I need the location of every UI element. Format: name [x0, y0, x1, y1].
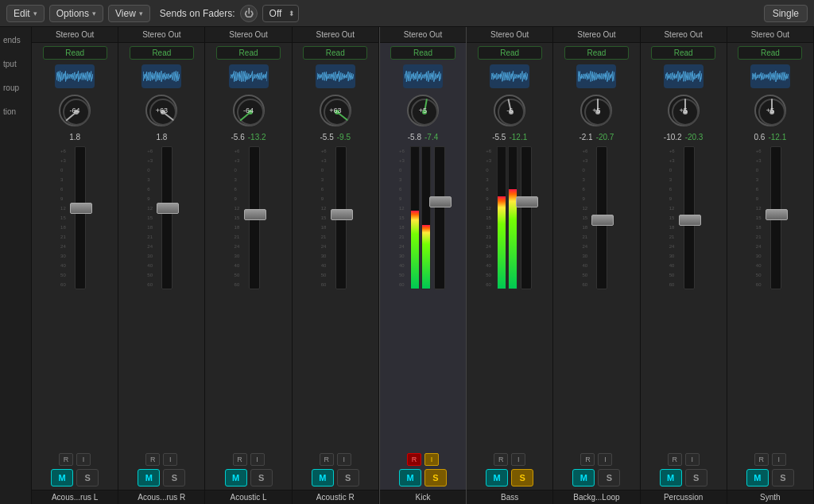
channel-pan-acoustic-l[interactable]: -64	[231, 93, 266, 128]
channel-waveform-acous-rus-l[interactable]	[55, 64, 95, 88]
i-button-backg-loop[interactable]: I	[598, 453, 612, 466]
fader-track-kick[interactable]	[434, 146, 445, 289]
channel-waveform-acoustic-r[interactable]	[316, 64, 355, 88]
fader-track-acoustic-r[interactable]	[335, 146, 347, 289]
mute-button-acous-rus-r[interactable]: M	[138, 469, 160, 487]
channel-read-acoustic-r[interactable]: Read	[303, 46, 367, 60]
mute-button-percussion[interactable]: M	[660, 469, 682, 487]
i-button-bass[interactable]: I	[511, 453, 525, 466]
mute-button-acous-rus-l[interactable]: M	[51, 469, 73, 487]
fader-handle-acous-rus-r[interactable]	[157, 203, 179, 214]
fader-handle-acoustic-r[interactable]	[331, 209, 353, 220]
solo-button-kick[interactable]: S	[424, 469, 447, 487]
channel-read-kick[interactable]: Read	[390, 46, 455, 60]
channel-read-acous-rus-l[interactable]: Read	[43, 46, 107, 60]
side-labels: ends tput roup tion	[0, 27, 32, 504]
r-button-acous-rus-l[interactable]: R	[59, 453, 73, 466]
r-button-percussion[interactable]: R	[668, 453, 682, 466]
channel-waveform-bass[interactable]	[490, 64, 529, 88]
channel-waveform-percussion[interactable]	[664, 64, 704, 88]
r-button-bass[interactable]: R	[494, 453, 508, 466]
channel-waveform-acoustic-l[interactable]	[229, 64, 269, 88]
channel-pan-percussion[interactable]: +5	[666, 93, 701, 128]
solo-button-percussion[interactable]: S	[685, 469, 707, 487]
channel-pan-acous-rus-l[interactable]: -64	[57, 93, 92, 128]
fader-handle-acous-rus-l[interactable]	[70, 203, 92, 214]
fader-track-acous-rus-r[interactable]	[161, 146, 172, 289]
db-value1-bass: -5.5	[492, 133, 506, 142]
channel-read-backg-loop[interactable]: Read	[564, 46, 629, 60]
fader-handle-percussion[interactable]	[679, 215, 701, 226]
i-button-percussion[interactable]: I	[685, 453, 700, 466]
mute-button-synth[interactable]: M	[746, 469, 769, 487]
edit-button[interactable]: Edit ▾	[6, 5, 45, 22]
vu-bar-left-kick	[410, 146, 420, 289]
db-value2-kick: -7.4	[424, 133, 438, 142]
channel-read-acous-rus-r[interactable]: Read	[130, 46, 194, 60]
channel-pan-acoustic-r[interactable]: +63	[318, 93, 353, 128]
r-button-backg-loop[interactable]: R	[580, 453, 595, 466]
fader-track-synth[interactable]	[770, 146, 781, 289]
channel-waveform-synth[interactable]	[750, 64, 790, 88]
solo-button-acous-rus-r[interactable]: S	[163, 469, 185, 487]
channel-pan-bass[interactable]: -6	[492, 93, 527, 128]
channel-pan-kick[interactable]: +5	[405, 93, 440, 128]
fader-track-acous-rus-l[interactable]	[75, 146, 86, 289]
fader-scale-acous-rus-r: +6+30369121518212430405060	[147, 146, 157, 289]
channel-ms-percussion: M S	[660, 469, 707, 487]
mute-button-acoustic-l[interactable]: M	[225, 469, 247, 487]
fader-scale-kick: +6+30369121518212430405060	[399, 146, 409, 289]
off-select[interactable]: Off	[262, 5, 299, 22]
solo-button-acoustic-l[interactable]: S	[250, 469, 273, 487]
solo-button-bass[interactable]: S	[511, 469, 533, 487]
channel-read-acoustic-l[interactable]: Read	[216, 46, 281, 60]
r-button-synth[interactable]: R	[754, 453, 769, 466]
fader-scale-acous-rus-l: +6+30369121518212430405060	[60, 146, 70, 289]
channel-ri-acoustic-l: R I	[233, 453, 265, 466]
channel-waveform-backg-loop[interactable]	[576, 64, 616, 88]
fader-track-percussion[interactable]	[684, 146, 695, 289]
solo-button-backg-loop[interactable]: S	[598, 469, 620, 487]
channel-pan-acous-rus-r[interactable]: +63	[144, 93, 179, 128]
mute-button-backg-loop[interactable]: M	[572, 469, 595, 487]
mute-button-acoustic-r[interactable]: M	[312, 469, 334, 487]
channel-waveform-acous-rus-r[interactable]	[141, 64, 181, 88]
channel-read-synth[interactable]: Read	[738, 46, 802, 60]
solo-button-acous-rus-l[interactable]: S	[76, 469, 99, 487]
r-button-acoustic-l[interactable]: R	[233, 453, 247, 466]
r-button-kick[interactable]: R	[407, 453, 421, 466]
channel-ri-acoustic-r: R I	[320, 453, 351, 466]
options-button[interactable]: Options ▾	[49, 5, 103, 22]
i-button-acoustic-r[interactable]: I	[337, 453, 351, 466]
i-button-acous-rus-l[interactable]: I	[76, 453, 91, 466]
mute-button-bass[interactable]: M	[486, 469, 508, 487]
r-button-acous-rus-r[interactable]: R	[145, 453, 160, 466]
power-button[interactable]: ⏻	[240, 5, 258, 22]
fader-track-bass[interactable]	[521, 146, 532, 289]
fader-handle-backg-loop[interactable]	[591, 215, 614, 226]
fader-handle-synth[interactable]	[766, 209, 788, 220]
i-button-acous-rus-r[interactable]: I	[163, 453, 177, 466]
r-button-acoustic-r[interactable]: R	[320, 453, 334, 466]
channel-pan-backg-loop[interactable]: +5	[579, 93, 614, 128]
channel-read-percussion[interactable]: Read	[651, 46, 715, 60]
single-label: Single	[773, 8, 799, 19]
fader-track-backg-loop[interactable]	[596, 146, 607, 289]
solo-button-synth[interactable]: S	[772, 469, 794, 487]
mute-button-kick[interactable]: M	[399, 469, 421, 487]
channel-waveform-kick[interactable]	[403, 64, 443, 88]
i-button-synth[interactable]: I	[772, 453, 786, 466]
fader-handle-bass[interactable]	[516, 196, 538, 207]
i-button-kick[interactable]: I	[424, 453, 439, 466]
single-button[interactable]: Single	[764, 5, 808, 22]
view-button[interactable]: View ▾	[108, 5, 150, 22]
fader-handle-acoustic-l[interactable]	[244, 209, 266, 220]
fader-handle-kick[interactable]	[429, 196, 452, 207]
channel-pan-synth[interactable]: +5	[753, 93, 788, 128]
channel-ms-acous-rus-l: M S	[51, 469, 99, 487]
fader-track-acoustic-l[interactable]	[249, 146, 260, 289]
solo-button-acoustic-r[interactable]: S	[337, 469, 359, 487]
channel-read-bass[interactable]: Read	[478, 46, 542, 60]
toolbar: Edit ▾ Options ▾ View ▾ Sends on Faders:…	[0, 0, 814, 27]
i-button-acoustic-l[interactable]: I	[250, 453, 265, 466]
